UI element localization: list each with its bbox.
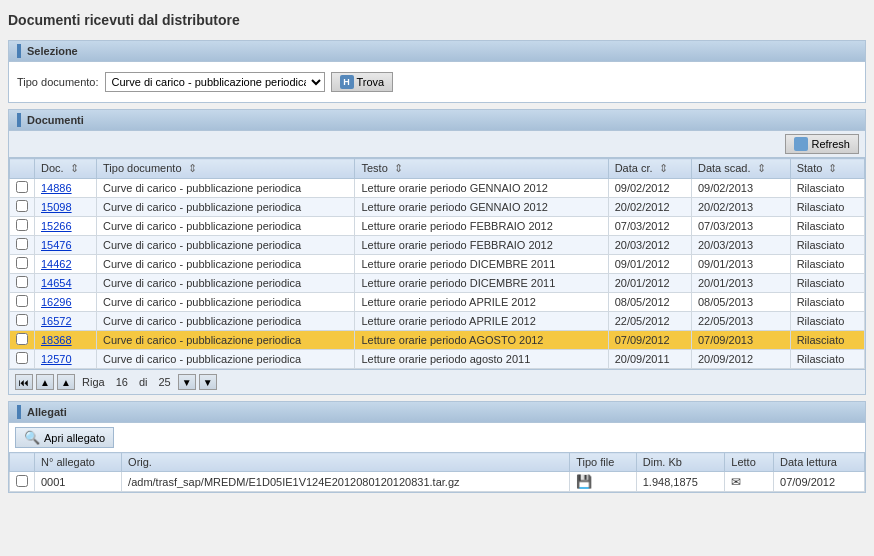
riga-label: Riga [82,376,105,388]
doc-link[interactable]: 14654 [41,277,72,289]
row-checkbox-cell [10,217,35,236]
table-row[interactable]: 14886 Curve di carico - pubblicazione pe… [10,179,865,198]
page-title: Documenti ricevuti dal distributore [8,8,866,32]
di-label: di [139,376,148,388]
table-row[interactable]: 18368 Curve di carico - pubblicazione pe… [10,331,865,350]
allegati-checkbox[interactable] [16,475,28,487]
col-check-header [10,453,35,472]
row-checkbox-cell [10,255,35,274]
selezione-label: Selezione [27,45,78,57]
row-checkbox-cell [10,293,35,312]
apri-allegato-button[interactable]: 🔍 Apri allegato [15,427,114,448]
table-row[interactable]: 14462 Curve di carico - pubblicazione pe… [10,255,865,274]
documenti-label: Documenti [27,114,84,126]
row-testo: Letture orarie periodo APRILE 2012 [355,312,608,331]
row-datascad: 09/01/2013 [691,255,790,274]
sort-tipo-icon: ⇕ [188,162,197,175]
riga-total: 25 [158,376,170,388]
allegati-orig: /adm/trasf_sap/MREDM/E1D05IE1V124E201208… [122,472,570,492]
row-testo: Letture orarie periodo GENNAIO 2012 [355,179,608,198]
doc-link[interactable]: 16572 [41,315,72,327]
doc-link[interactable]: 16296 [41,296,72,308]
row-testo: Letture orarie periodo DICEMBRE 2011 [355,274,608,293]
doc-link[interactable]: 18368 [41,334,72,346]
doc-link[interactable]: 15476 [41,239,72,251]
refresh-button[interactable]: Refresh [785,134,859,154]
col-testo-header[interactable]: Testo ⇕ [355,159,608,179]
tipo-documento-select[interactable]: Curve di carico - pubblicazione periodic… [105,72,325,92]
row-checkbox[interactable] [16,352,28,364]
row-stato: Rilasciato [790,217,864,236]
allegati-letto: ✉ [725,472,774,492]
row-checkbox-cell [10,350,35,369]
pag-next-button[interactable]: ▼ [199,374,217,390]
documenti-header: Documenti [9,110,865,131]
documenti-table: Doc. ⇕ Tipo documento ⇕ Testo ⇕ Data c [9,158,865,369]
allegati-table: N° allegato Orig. Tipo file Dim. Kb Lett… [9,452,865,492]
apri-allegato-label: Apri allegato [44,432,105,444]
table-row[interactable]: 15266 Curve di carico - pubblicazione pe… [10,217,865,236]
row-checkbox[interactable] [16,219,28,231]
pag-down-button[interactable]: ▼ [178,374,196,390]
table-row[interactable]: 16572 Curve di carico - pubblicazione pe… [10,312,865,331]
col-stato-header[interactable]: Stato ⇕ [790,159,864,179]
pag-up-button[interactable]: ▲ [57,374,75,390]
tipo-documento-label: Tipo documento: [17,76,99,88]
allegati-header: Allegati [9,402,865,423]
row-doc: 15266 [35,217,97,236]
allegati-tipofile: 💾 [570,472,637,492]
envelope-icon: ✉ [731,475,741,489]
pag-prev-button[interactable]: ▲ [36,374,54,390]
table-row[interactable]: 14654 Curve di carico - pubblicazione pe… [10,274,865,293]
col-select-header [10,159,35,179]
doc-link[interactable]: 15266 [41,220,72,232]
doc-link[interactable]: 14462 [41,258,72,270]
row-datascad: 20/09/2012 [691,350,790,369]
sort-datascad-icon: ⇕ [757,162,766,175]
col-datascad-header[interactable]: Data scad. ⇕ [691,159,790,179]
documenti-table-wrapper: Doc. ⇕ Tipo documento ⇕ Testo ⇕ Data c [9,158,865,369]
row-checkbox[interactable] [16,238,28,250]
row-datacr: 08/05/2012 [608,293,691,312]
allegati-row[interactable]: 0001 /adm/trasf_sap/MREDM/E1D05IE1V124E2… [10,472,865,492]
row-checkbox[interactable] [16,333,28,345]
row-stato: Rilasciato [790,236,864,255]
row-checkbox[interactable] [16,295,28,307]
refresh-label: Refresh [811,138,850,150]
table-row[interactable]: 12570 Curve di carico - pubblicazione pe… [10,350,865,369]
row-checkbox[interactable] [16,314,28,326]
doc-link[interactable]: 14886 [41,182,72,194]
pag-first-button[interactable]: ⏮ [15,374,33,390]
table-row[interactable]: 15476 Curve di carico - pubblicazione pe… [10,236,865,255]
refresh-icon [794,137,808,151]
doc-link[interactable]: 12570 [41,353,72,365]
trova-button[interactable]: H Trova [331,72,394,92]
download-icon[interactable]: 💾 [576,474,592,489]
row-checkbox[interactable] [16,200,28,212]
row-datacr: 07/09/2012 [608,331,691,350]
pagination-bar: ⏮ ▲ ▲ Riga 16 di 25 ▼ ▼ [9,369,865,394]
selezione-row: Tipo documento: Curve di carico - pubbli… [17,68,857,96]
row-testo: Letture orarie periodo GENNAIO 2012 [355,198,608,217]
col-doc-header[interactable]: Doc. ⇕ [35,159,97,179]
row-doc: 16572 [35,312,97,331]
row-tipo: Curve di carico - pubblicazione periodic… [97,217,355,236]
col-tipo-header[interactable]: Tipo documento ⇕ [97,159,355,179]
row-checkbox-cell [10,312,35,331]
doc-link[interactable]: 15098 [41,201,72,213]
row-datacr: 20/01/2012 [608,274,691,293]
row-datacr: 20/09/2011 [608,350,691,369]
row-datacr: 09/02/2012 [608,179,691,198]
row-checkbox[interactable] [16,276,28,288]
table-row[interactable]: 16296 Curve di carico - pubblicazione pe… [10,293,865,312]
row-checkbox[interactable] [16,257,28,269]
row-doc: 18368 [35,331,97,350]
table-row[interactable]: 15098 Curve di carico - pubblicazione pe… [10,198,865,217]
col-orig-header: Orig. [122,453,570,472]
row-tipo: Curve di carico - pubblicazione periodic… [97,350,355,369]
row-stato: Rilasciato [790,331,864,350]
row-checkbox[interactable] [16,181,28,193]
row-doc: 14462 [35,255,97,274]
col-datacr-header[interactable]: Data cr. ⇕ [608,159,691,179]
col-dimkb-header: Dim. Kb [636,453,725,472]
